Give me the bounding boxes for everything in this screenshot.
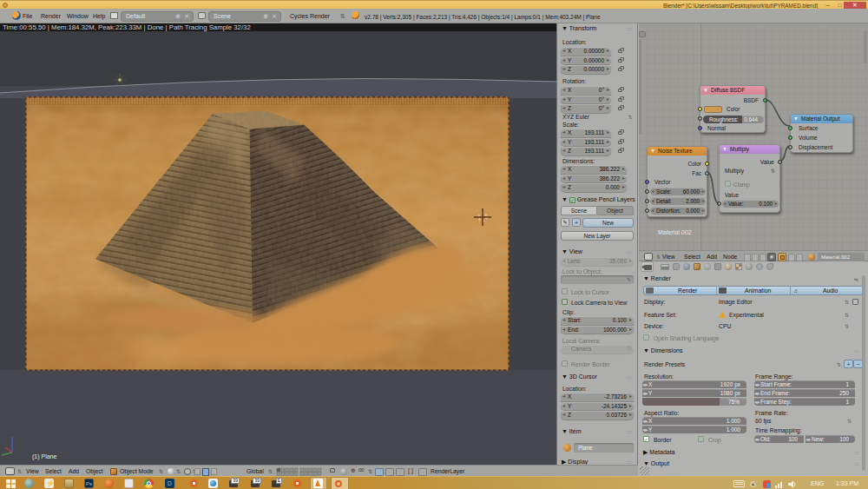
- svg-text:Time:00:55.50 | Mem:184.32M, P: Time:00:55.50 | Mem:184.32M, Peak:223.33…: [3, 23, 251, 31]
- svg-text:(1) Plane: (1) Plane: [32, 453, 57, 460]
